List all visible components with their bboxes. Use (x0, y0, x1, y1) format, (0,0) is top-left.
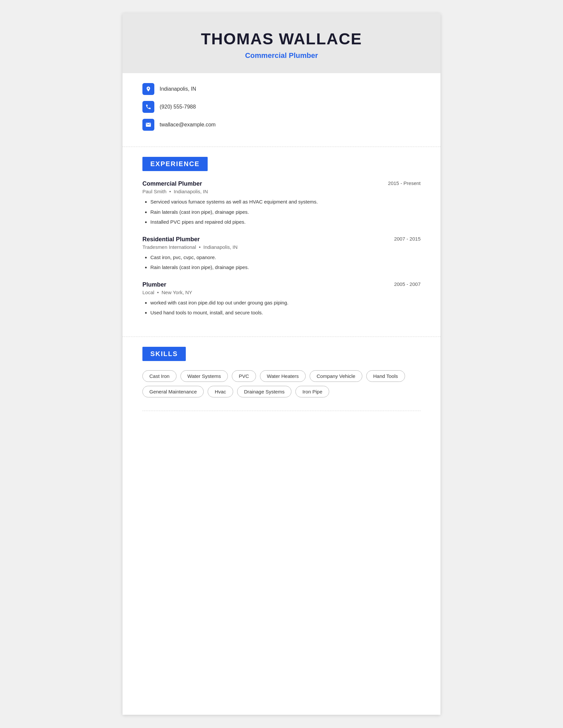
skill-2: PVC (232, 370, 256, 382)
skill-5: Hand Tools (366, 370, 405, 382)
job-dates-2: 2005 - 2007 (394, 281, 421, 287)
skill-4: Company Vehicle (310, 370, 362, 382)
bullet-0-2: Installed PVC pipes and repaired old pip… (150, 218, 421, 226)
job-company-0: Paul Smith • Indianapolis, IN (142, 189, 421, 194)
skill-1: Water Systems (180, 370, 228, 382)
email-icon (142, 119, 154, 131)
bullet-0-0: Serviced various furnace systems as well… (150, 198, 421, 206)
job-title-0: Commercial Plumber (142, 180, 202, 187)
bullet-2-1: Used hand tools to mount, install, and s… (150, 309, 421, 317)
job-header-1: Residential Plumber 2007 - 2015 (142, 236, 421, 243)
bullet-1-1: Rain laterals (cast iron pipe), drainage… (150, 264, 421, 271)
skills-section: SKILLS Cast Iron Water Systems PVC Water… (122, 337, 441, 411)
experience-section: EXPERIENCE Commercial Plumber 2015 - Pre… (122, 147, 441, 337)
skills-grid: Cast Iron Water Systems PVC Water Heater… (142, 370, 421, 397)
job-header-2: Plumber 2005 - 2007 (142, 281, 421, 288)
job-title-2: Plumber (142, 281, 166, 288)
resume-container: THOMAS WALLACE Commercial Plumber Indian… (122, 13, 441, 715)
phone-icon (142, 101, 154, 113)
bottom-divider (142, 411, 421, 411)
job-bullets-1: Cast iron, pvc, cvpc, opanore. Rain late… (142, 254, 421, 271)
location-item: Indianapolis, IN (142, 83, 421, 95)
experience-section-label: EXPERIENCE (142, 157, 208, 171)
skill-9: Iron Pipe (296, 386, 329, 397)
bullet-2-0: worked with cast iron pipe.did top out u… (150, 299, 421, 307)
job-dates-0: 2015 - Present (388, 180, 421, 186)
candidate-title: Commercial Plumber (136, 51, 427, 60)
job-item-0: Commercial Plumber 2015 - Present Paul S… (142, 180, 421, 226)
job-item-1: Residential Plumber 2007 - 2015 Tradesme… (142, 236, 421, 271)
job-dates-1: 2007 - 2015 (394, 236, 421, 242)
skills-section-label: SKILLS (142, 347, 186, 361)
location-text: Indianapolis, IN (160, 86, 196, 92)
job-company-2: Local • New York, NY (142, 290, 421, 295)
email-text: twallace@example.com (160, 122, 215, 128)
phone-item: (920) 555-7988 (142, 101, 421, 113)
job-bullets-2: worked with cast iron pipe.did top out u… (142, 299, 421, 317)
job-title-1: Residential Plumber (142, 236, 200, 243)
candidate-name: THOMAS WALLACE (136, 30, 427, 48)
skill-7: Hvac (208, 386, 233, 397)
job-bullets-0: Serviced various furnace systems as well… (142, 198, 421, 226)
bullet-0-1: Rain laterals (cast iron pipe), drainage… (150, 208, 421, 216)
skill-8: Drainage Systems (237, 386, 292, 397)
email-item: twallace@example.com (142, 119, 421, 131)
phone-text: (920) 555-7988 (160, 104, 196, 110)
bullet-1-0: Cast iron, pvc, cvpc, opanore. (150, 254, 421, 261)
location-icon (142, 83, 154, 95)
skill-0: Cast Iron (142, 370, 176, 382)
resume-header: THOMAS WALLACE Commercial Plumber (122, 13, 441, 73)
job-item-2: Plumber 2005 - 2007 Local • New York, NY… (142, 281, 421, 317)
job-company-1: Tradesmen International • Indianapolis, … (142, 244, 421, 250)
contact-section: Indianapolis, IN (920) 555-7988 twallace… (122, 73, 441, 147)
job-header-0: Commercial Plumber 2015 - Present (142, 180, 421, 187)
skill-3: Water Heaters (260, 370, 306, 382)
skill-6: General Maintenance (142, 386, 204, 397)
